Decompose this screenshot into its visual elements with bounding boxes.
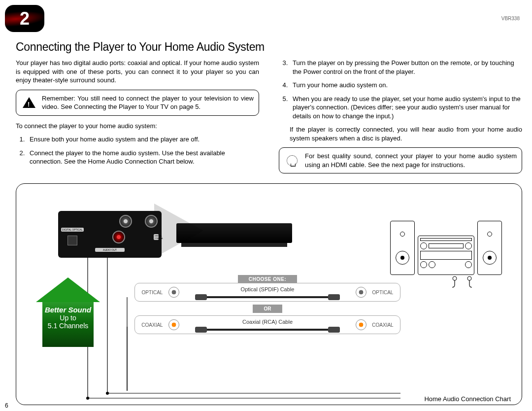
speaker-right: [477, 221, 502, 275]
svg-point-0: [453, 276, 457, 280]
reminder-box: Remember: You still need to connect the …: [16, 90, 259, 116]
tip-text: For best quality sound, connect your pla…: [305, 152, 517, 169]
steps-lead-in: To connect the player to your home audio…: [16, 122, 259, 131]
lightbulb-icon: [285, 154, 299, 168]
intro-paragraph: Your player has two digital audio ports:…: [16, 59, 259, 85]
coaxial-label-right: COAXIAL: [370, 322, 395, 328]
speaker-left: [390, 221, 415, 275]
coaxial-cable-row: COAXIAL Coaxial (RCA) Cable COAXIAL: [134, 315, 400, 334]
svg-point-3: [106, 392, 109, 395]
step-2: Connect the player to the home audio sys…: [27, 149, 259, 166]
column-right: Turn the player on by pressing the Power…: [279, 59, 522, 179]
optical-port: [67, 236, 77, 245]
optical-label-right: OPTICAL: [370, 290, 395, 295]
step-5: When you are ready to use the player, se…: [290, 95, 522, 121]
svg-point-2: [86, 397, 89, 400]
steps-list-left: Ensure both your home audio system and t…: [27, 135, 259, 166]
step-4: Turn your home audio system on.: [290, 81, 522, 90]
coaxial-cable: Coaxial (RCA) Cable: [183, 319, 352, 331]
rca-jack-white: [119, 215, 132, 228]
step-1: Ensure both your home audio system and t…: [27, 135, 259, 144]
chooser-header: CHOOSE ONE:: [238, 275, 297, 283]
chapter-number: 2: [20, 8, 30, 29]
home-audio-system: [390, 221, 502, 275]
coaxial-jack: [145, 215, 158, 228]
steps-list-right: Turn the player on by pressing the Power…: [290, 59, 522, 120]
optical-cable-row: OPTICAL Optical (SPDIF) Cable OPTICAL: [134, 283, 400, 302]
zoom-triangle: [154, 204, 203, 258]
tip-box: For best quality sound, connect your pla…: [279, 147, 522, 173]
result-paragraph: If the player is correctly connected, yo…: [290, 125, 522, 142]
reminder-text: Remember: You still need to connect the …: [42, 94, 254, 111]
coaxial-port-right: [356, 319, 366, 330]
svg-point-1: [467, 276, 471, 280]
coaxial-port-left: [168, 319, 179, 330]
optical-port-right: [356, 287, 366, 298]
step-3: Turn the player on by pressing the Power…: [290, 59, 522, 76]
av-receiver: [418, 236, 474, 275]
model-code: VBR338: [501, 16, 520, 21]
rca-jack-red: [112, 231, 125, 243]
label-audio-out: AUDIO OUT: [95, 248, 125, 252]
optical-port-left: [168, 287, 179, 298]
badge-line2: Up to: [44, 314, 92, 322]
connection-diagram: DIGITAL OPTICAL DIGITAL COAXIAL AUDIO OU…: [16, 183, 522, 405]
badge-line3: 5.1 Channels: [44, 322, 92, 330]
label-digital-optical: DIGITAL OPTICAL: [61, 228, 84, 232]
page-title: Connecting the Player to Your Home Audio…: [16, 40, 522, 54]
page-number: 6: [5, 402, 8, 409]
optical-cable: Optical (SPDIF) Cable: [183, 286, 352, 298]
optical-label-left: OPTICAL: [140, 290, 165, 295]
chooser-or: OR: [253, 305, 282, 313]
coaxial-label-left: COAXIAL: [140, 322, 165, 328]
player-back-panel: DIGITAL OPTICAL DIGITAL COAXIAL AUDIO OU…: [58, 211, 162, 258]
label-digital-coaxial: DIGITAL COAXIAL: [154, 234, 159, 240]
warning-icon: [22, 96, 36, 109]
chapter-tab: 2: [5, 5, 44, 32]
diagram-caption: Home Audio Connection Chart: [421, 395, 514, 403]
badge-line1: Better Sound: [44, 306, 92, 314]
two-column-body: Your player has two digital audio ports:…: [16, 59, 522, 179]
better-sound-badge: Better Sound Up to 5.1 Channels: [36, 277, 100, 347]
column-left: Your player has two digital audio ports:…: [16, 59, 259, 179]
cable-chooser: CHOOSE ONE: OPTICAL Optical (SPDIF) Cabl…: [134, 275, 400, 334]
